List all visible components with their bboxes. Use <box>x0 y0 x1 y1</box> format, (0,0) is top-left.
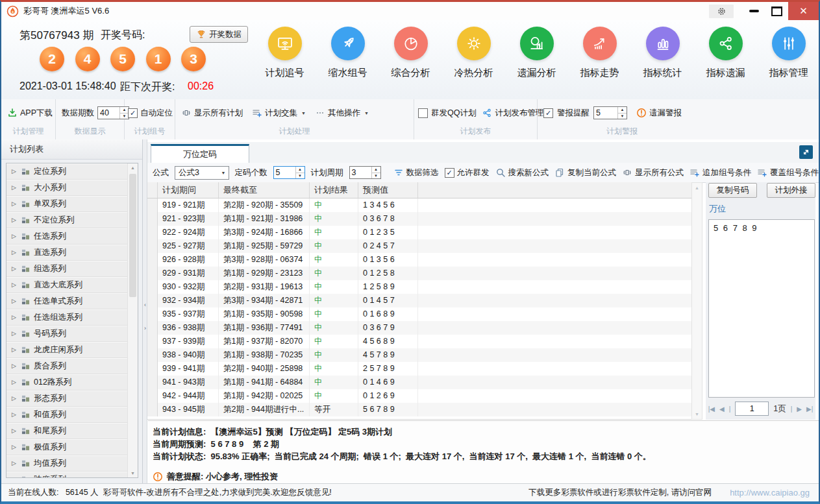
row-selector[interactable] <box>147 403 158 416</box>
alert-value[interactable]: 5 <box>594 107 617 119</box>
row-selector[interactable] <box>147 253 158 267</box>
table-row[interactable]: 930 - 932期第2期 - 931期 - 19613中1 2 5 8 9 <box>147 280 691 294</box>
table-row[interactable]: 922 - 924期第3期 - 924期 - 16866中0 1 2 3 5 <box>147 226 691 239</box>
nav-bar-chart[interactable]: 指标统计 <box>631 25 694 79</box>
sidebar-item[interactable]: ▷不定位系列 <box>6 212 128 228</box>
row-selector[interactable] <box>147 280 158 294</box>
sidebar-item[interactable]: ▷形态系列 <box>6 390 128 407</box>
sidebar-item[interactable]: ▷质合系列 <box>6 358 128 374</box>
row-selector[interactable] <box>147 198 158 212</box>
table-row[interactable]: 925 - 927期第1期 - 925期 - 59729中0 2 4 5 7 <box>147 239 691 253</box>
cycle-value[interactable]: 3 <box>350 167 371 178</box>
sidebar-scrollbar[interactable]: ▲ ▼ <box>127 163 138 477</box>
row-selector[interactable] <box>147 376 158 389</box>
table-row[interactable]: 935 - 937期第1期 - 935期 - 90598中0 1 6 8 9 <box>147 307 691 321</box>
scroll-up-icon[interactable]: ▲ <box>692 186 702 190</box>
expand-arrow-icon[interactable]: ▷ <box>12 395 18 402</box>
digits-value[interactable]: 5 <box>274 167 295 178</box>
show-all-plans-button[interactable]: 显示所有计划 <box>181 108 243 119</box>
maximize-button[interactable] <box>765 2 788 20</box>
sidebar-item[interactable]: ▷跨度系列 <box>6 472 128 478</box>
row-selector[interactable] <box>147 389 158 403</box>
allow-group-send[interactable]: ✓ 允许群发 <box>445 167 490 178</box>
row-selector[interactable] <box>147 239 158 253</box>
auto-position-checkbox[interactable]: ✓ <box>128 108 138 118</box>
settings-gear-icon[interactable] <box>709 5 734 18</box>
data-periods-value[interactable]: 40 <box>98 107 119 119</box>
sidebar-item[interactable]: ▷和尾系列 <box>6 423 128 439</box>
stepper-arrows[interactable]: ▲▼ <box>295 167 304 178</box>
row-selector[interactable] <box>147 307 158 321</box>
prev-page-icon[interactable]: ◀ <box>719 405 725 413</box>
nav-rocket[interactable]: 缩水组号 <box>316 25 379 79</box>
table-row[interactable]: 943 - 945期第2期 - 944期进行中...等开5 6 7 8 9 <box>147 403 691 416</box>
expand-arrow-icon[interactable]: ▷ <box>12 282 18 288</box>
nav-trend-up[interactable]: 指标走势 <box>568 25 631 79</box>
sidebar-item[interactable]: ▷大小系列 <box>6 180 128 196</box>
copy-numbers-button[interactable]: 复制号码 <box>708 183 757 198</box>
nav-pie-chart[interactable]: 综合分析 <box>379 25 442 79</box>
tab-wanwei-dingma[interactable]: 万位定码 <box>151 144 249 163</box>
sidebar-item[interactable]: ▷任选系列 <box>6 228 128 245</box>
app-download-button[interactable]: APP下载 <box>7 108 53 119</box>
sidebar-item[interactable]: ▷号码系列 <box>6 326 128 342</box>
copy-formula-button[interactable]: 复制当前公式 <box>554 167 616 178</box>
expand-arrow-icon[interactable]: ▷ <box>12 249 18 256</box>
search-formula-button[interactable]: 搜索新公式 <box>495 167 549 178</box>
table-row[interactable]: 942 - 944期第1期 - 942期 - 02025中0 1 2 6 9 <box>147 389 691 403</box>
close-button[interactable]: ✕ <box>788 2 819 20</box>
sidebar-item[interactable]: ▷直选系列 <box>6 245 128 261</box>
expand-arrow-icon[interactable]: ▷ <box>12 444 18 450</box>
show-all-formula-button[interactable]: 显示所有公式 <box>622 167 684 178</box>
scroll-down-icon[interactable]: ▼ <box>128 471 138 475</box>
sidebar-item[interactable]: ▷定位系列 <box>6 163 128 180</box>
sidebar-item[interactable]: ▷直选大底系列 <box>6 277 128 293</box>
data-filter-button[interactable]: 数据筛选 <box>393 167 439 178</box>
row-selector[interactable] <box>147 226 158 239</box>
table-row[interactable]: 939 - 941期第2期 - 940期 - 25898中2 5 7 8 9 <box>147 362 691 376</box>
scroll-up-icon[interactable]: ▲ <box>128 165 138 170</box>
expand-arrow-icon[interactable]: ▷ <box>12 200 18 207</box>
expand-arrow-icon[interactable]: ▷ <box>12 460 18 466</box>
last-page-icon[interactable]: ▶| <box>806 405 813 413</box>
allow-group-send-checkbox[interactable]: ✓ <box>445 168 454 178</box>
append-condition-button[interactable]: 追加组号条件 <box>690 167 751 178</box>
formula-select[interactable]: 公式3 ▼ <box>175 166 229 180</box>
table-scrollbar[interactable]: ▲ ▼ <box>691 182 702 420</box>
sidebar-splitter[interactable]: ‹ › <box>143 139 147 483</box>
table-row[interactable]: 936 - 938期第1期 - 936期 - 77491中0 3 6 7 9 <box>147 321 691 335</box>
table-row[interactable]: 926 - 928期第3期 - 928期 - 06374中0 1 3 5 6 <box>147 253 691 267</box>
expand-arrow-icon[interactable]: ▷ <box>12 346 18 353</box>
expand-arrow-icon[interactable]: ▷ <box>12 476 18 478</box>
sidebar-item[interactable]: ▷单双系列 <box>6 196 128 212</box>
expand-arrow-icon[interactable]: ▷ <box>12 363 18 369</box>
sidebar-item[interactable]: ▷和值系列 <box>6 407 128 423</box>
sidebar-item[interactable]: ▷龙虎庄闲系列 <box>6 342 128 358</box>
table-row[interactable]: 937 - 939期第1期 - 937期 - 82070中4 5 6 8 9 <box>147 335 691 348</box>
expand-arrow-icon[interactable]: ▷ <box>12 168 18 174</box>
expand-arrow-icon[interactable]: ▷ <box>12 217 18 223</box>
table-row[interactable]: 938 - 940期第1期 - 938期 - 70235中4 5 7 8 9 <box>147 348 691 362</box>
row-selector[interactable] <box>147 335 158 348</box>
draw-data-button[interactable]: 开奖数据 <box>190 26 248 43</box>
next-page-icon[interactable]: ▶ <box>797 405 802 413</box>
predicted-numbers-box[interactable]: 5 6 7 8 9 <box>708 219 815 398</box>
nav-share[interactable]: 指标遗漏 <box>694 25 757 79</box>
nav-sliders[interactable]: 指标管理 <box>757 25 820 79</box>
row-selector[interactable] <box>147 294 158 307</box>
expand-arrow-icon[interactable]: ▷ <box>12 233 18 239</box>
table-row[interactable]: 921 - 923期第1期 - 921期 - 31986中0 3 6 7 8 <box>147 212 691 226</box>
scroll-down-icon[interactable]: ▼ <box>692 412 702 416</box>
expand-button[interactable] <box>799 145 813 159</box>
override-condition-button[interactable]: 覆盖组号条件 <box>757 167 819 178</box>
stepper-arrows[interactable]: ▲▼ <box>371 167 380 178</box>
row-selector[interactable] <box>147 267 158 280</box>
row-selector[interactable] <box>147 212 158 226</box>
row-selector[interactable] <box>147 321 158 335</box>
sidebar-item[interactable]: ▷极值系列 <box>6 439 128 455</box>
official-site-link[interactable]: http://www.caipiao.gg <box>730 488 810 498</box>
stepper-arrows[interactable]: ▲▼ <box>617 107 627 119</box>
plan-intersect-button[interactable]: 计划交集 ▼ <box>252 108 306 119</box>
row-selector[interactable] <box>147 362 158 376</box>
cycle-stepper[interactable]: 3 ▲▼ <box>349 166 381 179</box>
